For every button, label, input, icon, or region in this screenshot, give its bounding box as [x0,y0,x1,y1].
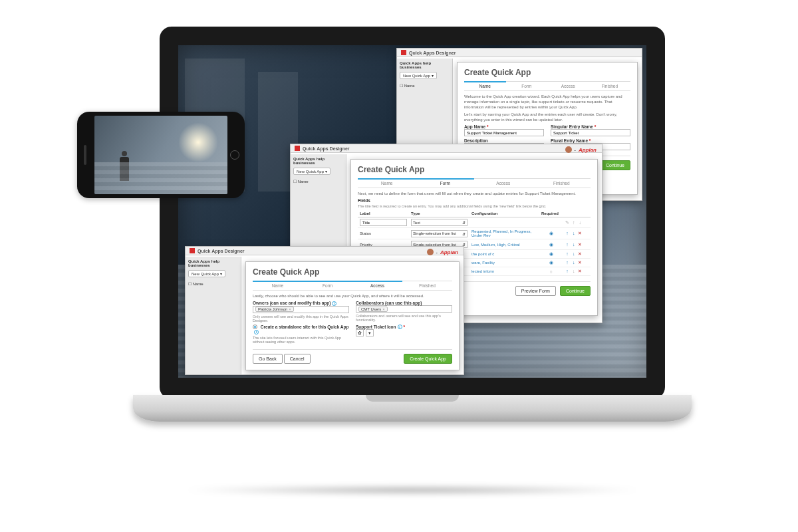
step-form[interactable]: Form [303,283,352,288]
step-finished[interactable]: Finished [533,181,591,186]
user-brand-bar: - Appian [427,249,458,255]
continue-button[interactable]: Continue [600,160,630,170]
owners-label: Owners (can use and modify this app)i [253,301,349,306]
create-quick-app-button[interactable]: Create Quick App [404,354,452,364]
info-icon[interactable]: i [398,325,402,329]
avatar[interactable] [427,249,434,255]
edit-icon[interactable]: ✎ [565,220,570,225]
access-step-desc: Lastly, choose who should be able to see… [253,293,452,299]
chevron-down-icon: ▾ [325,170,327,174]
field-config[interactable]: the point of c [469,250,539,259]
up-icon[interactable]: ↑ [565,269,570,273]
field-config[interactable]: Requested, Planned, In Progress, Under R… [469,228,539,239]
step-form[interactable]: Form [506,84,548,88]
up-icon[interactable]: ↑ [565,242,570,247]
collaborators-input[interactable]: CMT Users× [356,305,452,313]
new-quick-app-button[interactable]: New Quick App▾ [293,168,331,175]
cancel-button[interactable]: Cancel [284,354,311,364]
sidebar: Quick Apps help businesses New Quick App… [186,257,241,374]
field-row: Status Single-selection from list⇵ Reque… [358,228,591,239]
required-toggle[interactable]: ○ [549,269,554,274]
sidebar-column-name: ☐ Name [400,83,450,88]
wizard-steps: Name Form Access Finished [464,81,630,91]
sidebar-heading: Quick Apps help businesses [400,61,450,69]
home-button-icon[interactable] [230,150,239,160]
phone-frame [77,112,245,198]
step-finished[interactable]: Finished [589,84,631,88]
step-name[interactable]: Name [464,84,506,88]
wizard-intro-2: Let's start by naming your Quick App and… [464,112,630,122]
info-icon[interactable]: i [254,330,259,334]
icon-picker-dropdown[interactable]: ▾ [366,329,374,336]
field-label: Status [360,231,371,235]
standalone-option[interactable]: Create a standalone site for this Quick … [253,325,349,334]
step-name[interactable]: Name [358,181,416,186]
brand-label: Appian [579,147,597,153]
info-icon[interactable]: i [332,301,336,306]
standalone-hint: The site lets focused users interact wit… [253,336,349,344]
app-name-input[interactable] [464,129,544,136]
step-access[interactable]: Access [474,181,533,186]
step-name[interactable]: Name [253,283,303,288]
owners-input[interactable]: Patricia Johnson× [253,306,349,313]
wizard-intro-1: Welcome to the Quick App creation wizard… [464,94,630,110]
required-toggle[interactable]: ◉ [549,242,554,247]
required-toggle[interactable]: ◉ [549,231,554,236]
preview-form-button[interactable]: Preview Form [515,286,556,296]
field-config[interactable]: ware, Facility [469,259,539,267]
required-toggle[interactable]: ◉ [549,260,554,265]
collaborators-hint: Collaborators and owners will see and us… [356,314,452,322]
avatar[interactable] [565,146,572,153]
field-config[interactable]: Low, Medium, High, Critical [469,239,539,250]
chip-remove-icon[interactable]: × [382,307,385,311]
up-icon[interactable]: ↑ [565,251,570,256]
field-type-select[interactable]: Text⇵ [411,219,467,226]
field-config[interactable]: lected inform [469,267,539,276]
new-quick-app-button[interactable]: New Quick App▾ [400,72,437,79]
field-row: Text⇵ ✎ ↑ ↓ [358,217,591,228]
col-required: Required [539,210,563,217]
delete-icon[interactable]: ✕ [577,242,583,247]
step-access[interactable]: Access [547,84,589,88]
radio-icon[interactable] [253,325,257,329]
up-icon[interactable]: ↑ [565,260,570,265]
go-back-button[interactable]: Go Back [253,354,283,364]
required-toggle[interactable]: ◉ [549,251,554,257]
delete-icon[interactable]: ✕ [577,251,583,257]
fields-hint: The title field is required to create an… [358,204,591,208]
step-form[interactable]: Form [416,181,475,186]
field-label-input[interactable] [360,219,407,226]
app-title: Quick Apps Designer [303,146,350,151]
step-access[interactable]: Access [352,283,402,288]
owners-hint: Only owners will see and modify this app… [253,315,349,323]
down-icon[interactable]: ↓ [571,231,577,235]
delete-icon[interactable]: ✕ [577,260,583,265]
delete-icon[interactable]: ✕ [577,269,583,274]
down-icon[interactable]: ↓ [577,220,583,225]
laptop-shadow [180,485,645,495]
owner-chip[interactable]: Patricia Johnson× [255,307,294,312]
continue-button[interactable]: Continue [560,286,591,296]
laptop-base [133,395,692,422]
singular-name-label: Singular Entry Name * [551,124,630,129]
down-icon: ↓ [571,269,577,273]
collaborator-chip[interactable]: CMT Users× [358,307,388,312]
bg-glow [178,122,218,162]
field-type-select[interactable]: Single-selection from list⇵ [411,230,467,237]
down-icon[interactable]: ↓ [571,242,577,247]
delete-icon[interactable]: ✕ [577,231,583,236]
up-icon[interactable]: ↑ [565,231,570,235]
chip-remove-icon[interactable]: × [289,307,291,311]
plural-name-label: Plural Entry Name * [551,138,630,143]
down-icon[interactable]: ↓ [571,260,577,265]
new-quick-app-button[interactable]: New Quick App▾ [188,270,225,277]
fields-label: Fields [358,198,591,203]
modal-title: Create Quick App [253,267,452,277]
icon-picker-button[interactable]: ✿ [356,329,364,336]
singular-name-input[interactable] [551,129,630,136]
wizard-progress [358,178,474,180]
up-icon: ↑ [571,220,577,225]
down-icon[interactable]: ↓ [571,251,577,256]
app-logo-icon [401,50,406,55]
step-finished[interactable]: Finished [402,283,452,288]
